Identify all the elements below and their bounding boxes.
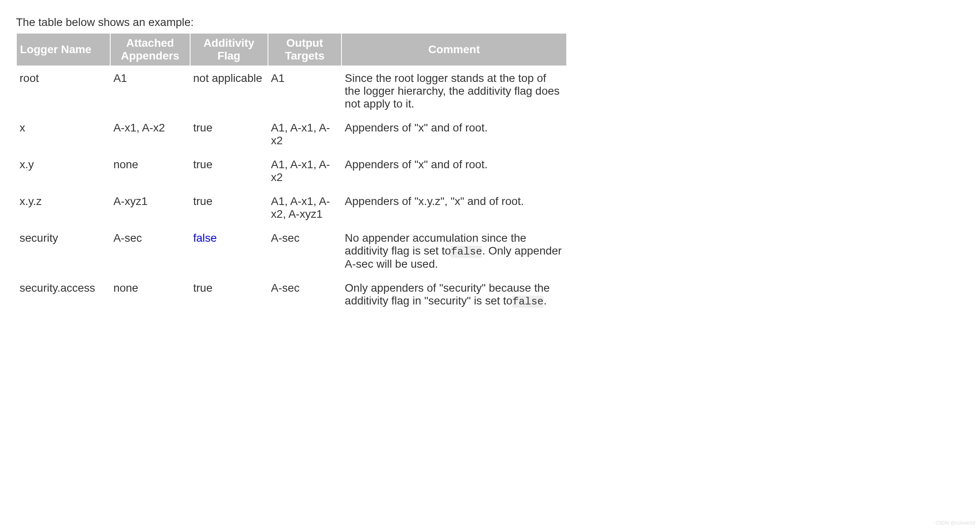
table-row: security.accessnonetrueA-secOnly appende… xyxy=(16,276,567,313)
cell-logger-name: security.access xyxy=(16,276,110,313)
cell-comment: Appenders of "x" and of root. xyxy=(341,153,567,189)
cell-attached-appenders: A1 xyxy=(110,66,190,116)
cell-logger-name: x.y.z xyxy=(16,189,110,226)
comment-text-pre: Since the root logger stands at the top … xyxy=(345,72,559,110)
table-row: securityA-secfalseA-secNo appender accum… xyxy=(16,226,567,276)
comment-text-post: . xyxy=(544,294,547,307)
cell-comment: Since the root logger stands at the top … xyxy=(341,66,567,116)
comment-text-pre: Appenders of "x" and of root. xyxy=(345,121,488,134)
comment-code: false xyxy=(512,296,544,308)
cell-output-targets: A-sec xyxy=(268,276,342,313)
cell-additivity-flag: true xyxy=(190,116,268,153)
header-additivity-flag: Additivity Flag xyxy=(190,33,268,66)
cell-comment: Appenders of "x" and of root. xyxy=(341,116,567,153)
intro-text: The table below shows an example: xyxy=(16,16,964,29)
example-table: Logger Name Attached Appenders Additivit… xyxy=(16,33,567,313)
cell-additivity-flag: true xyxy=(190,153,268,189)
cell-logger-name: security xyxy=(16,226,110,276)
table-header-row: Logger Name Attached Appenders Additivit… xyxy=(16,33,567,66)
cell-additivity-flag: not applicable xyxy=(190,66,268,116)
table-body: rootA1not applicableA1Since the root log… xyxy=(16,66,567,313)
header-attached-appenders: Attached Appenders xyxy=(110,33,190,66)
cell-logger-name: x xyxy=(16,116,110,153)
cell-output-targets: A1, A-x1, A-x2 xyxy=(268,116,342,153)
cell-output-targets: A1, A-x1, A-x2 xyxy=(268,153,342,189)
table-row: xA-x1, A-x2trueA1, A-x1, A-x2Appenders o… xyxy=(16,116,567,153)
header-logger-name: Logger Name xyxy=(16,33,110,66)
cell-attached-appenders: A-sec xyxy=(110,226,190,276)
cell-comment: Only appenders of "security" because the… xyxy=(341,276,567,313)
cell-logger-name: x.y xyxy=(16,153,110,189)
cell-additivity-flag: false xyxy=(190,226,268,276)
cell-output-targets: A-sec xyxy=(268,226,342,276)
table-row: x.y.zA-xyz1trueA1, A-x1, A-x2, A-xyz1App… xyxy=(16,189,567,226)
cell-logger-name: root xyxy=(16,66,110,116)
cell-comment: No appender accumulation since the addit… xyxy=(341,226,567,276)
header-comment: Comment xyxy=(341,33,567,66)
comment-code: false xyxy=(451,246,482,258)
table-row: x.ynonetrueA1, A-x1, A-x2Appenders of "x… xyxy=(16,153,567,189)
comment-text-pre: Appenders of "x.y.z", "x" and of root. xyxy=(345,195,524,207)
cell-attached-appenders: none xyxy=(110,276,190,313)
cell-additivity-flag: true xyxy=(190,189,268,226)
cell-attached-appenders: A-xyz1 xyxy=(110,189,190,226)
cell-additivity-flag: true xyxy=(190,276,268,313)
header-output-targets: Output Targets xyxy=(268,33,342,66)
comment-text-pre: Appenders of "x" and of root. xyxy=(345,158,488,171)
table-row: rootA1not applicableA1Since the root log… xyxy=(16,66,567,116)
cell-comment: Appenders of "x.y.z", "x" and of root. xyxy=(341,189,567,226)
cell-output-targets: A1 xyxy=(268,66,342,116)
cell-output-targets: A1, A-x1, A-x2, A-xyz1 xyxy=(268,189,342,226)
cell-attached-appenders: none xyxy=(110,153,190,189)
cell-attached-appenders: A-x1, A-x2 xyxy=(110,116,190,153)
